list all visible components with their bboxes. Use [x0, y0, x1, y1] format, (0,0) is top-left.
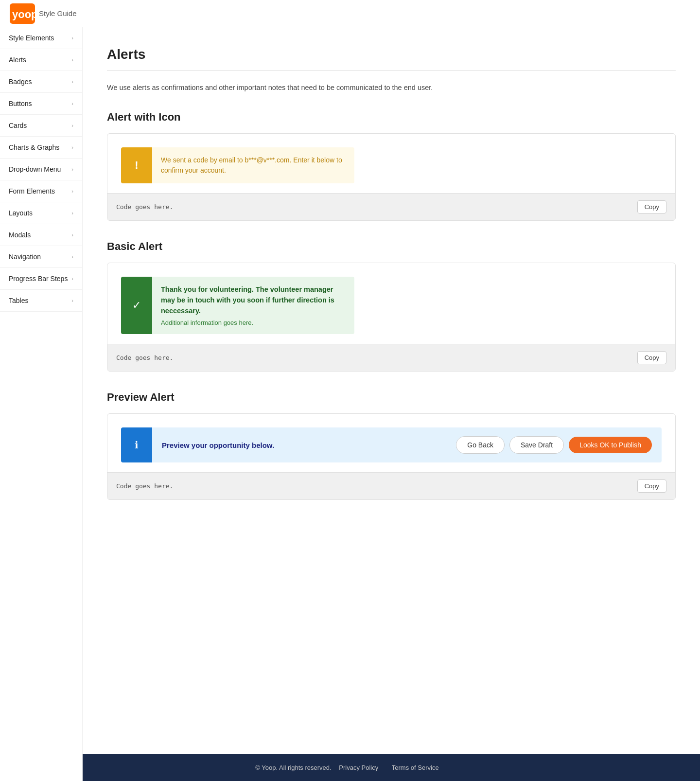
sidebar-item-label: Cards: [9, 122, 27, 129]
sidebar-item-label: Alerts: [9, 56, 26, 64]
sidebar-item-label: Badges: [9, 78, 32, 86]
chevron-right-icon: ›: [71, 276, 73, 282]
sidebar: Style Elements › Alerts › Badges › Butto…: [0, 27, 83, 781]
code-placeholder: Code goes here.: [116, 203, 173, 211]
sidebar-item-label: Style Elements: [9, 34, 54, 42]
chevron-right-icon: ›: [71, 210, 73, 216]
warning-alert: ! We sent a code by email to b***@v***.c…: [121, 147, 354, 183]
success-alert-sub-text: Additional information goes here.: [161, 319, 346, 326]
chevron-right-icon: ›: [71, 123, 73, 128]
sidebar-item-label: Tables: [9, 297, 28, 304]
section-heading-alert-with-icon: Alert with Icon: [107, 111, 676, 124]
sidebar-item-cards[interactable]: Cards ›: [0, 115, 82, 137]
footer: © Yoop. All rights reserved. Privacy Pol…: [0, 754, 700, 781]
sidebar-item-style-elements[interactable]: Style Elements ›: [0, 27, 82, 49]
sidebar-item-label: Form Elements: [9, 187, 55, 195]
warning-icon-panel: !: [121, 147, 152, 183]
chevron-right-icon: ›: [71, 166, 73, 172]
logo[interactable]: yoop Style Guide: [10, 3, 77, 24]
logo-text: Style Guide: [39, 9, 77, 18]
basic-alert-code-area: Code goes here. Copy: [107, 344, 675, 371]
sidebar-item-buttons[interactable]: Buttons ›: [0, 93, 82, 115]
chevron-right-icon: ›: [71, 188, 73, 194]
layout: Style Elements › Alerts › Badges › Butto…: [0, 27, 700, 754]
chevron-right-icon: ›: [71, 254, 73, 260]
go-back-button[interactable]: Go Back: [456, 436, 505, 454]
basic-alert-preview: ✓ Thank you for volunteering. The volunt…: [107, 263, 675, 344]
info-alert-body: Preview your opportunity below. Go Back …: [152, 427, 662, 462]
alert-with-icon-preview: ! We sent a code by email to b***@v***.c…: [107, 134, 675, 193]
info-alert-text: Preview your opportunity below.: [162, 441, 274, 449]
chevron-right-icon: ›: [71, 57, 73, 63]
chevron-right-icon: ›: [71, 144, 73, 150]
page-description: We use alerts as confirmations and other…: [107, 82, 447, 93]
sidebar-item-label: Charts & Graphs: [9, 143, 59, 151]
code-placeholder: Code goes here.: [116, 482, 173, 490]
sidebar-item-layouts[interactable]: Layouts ›: [0, 202, 82, 224]
success-alert-main-text: Thank you for volunteering. The voluntee…: [161, 284, 346, 316]
chevron-right-icon: ›: [71, 232, 73, 238]
copy-button-2[interactable]: Copy: [637, 351, 666, 364]
main-content: Alerts We use alerts as confirmations an…: [83, 27, 700, 754]
save-draft-button[interactable]: Save Draft: [509, 436, 564, 454]
success-alert: ✓ Thank you for volunteering. The volunt…: [121, 277, 354, 334]
sidebar-item-charts-graphs[interactable]: Charts & Graphs ›: [0, 137, 82, 159]
info-icon: ℹ: [135, 439, 139, 451]
chevron-right-icon: ›: [71, 79, 73, 85]
warning-alert-text: We sent a code by email to b***@v***.com…: [161, 155, 346, 176]
preview-alert-box: ℹ Preview your opportunity below. Go Bac…: [107, 413, 676, 500]
page-divider: [107, 70, 676, 71]
section-heading-preview-alert: Preview Alert: [107, 391, 676, 404]
exclamation-icon: !: [135, 159, 138, 172]
publish-button[interactable]: Looks OK to Publish: [569, 437, 652, 453]
sidebar-item-alerts[interactable]: Alerts ›: [0, 49, 82, 71]
alert-with-icon-box: ! We sent a code by email to b***@v***.c…: [107, 133, 676, 221]
yoop-logo-icon: yoop: [10, 3, 35, 24]
copy-button-1[interactable]: Copy: [637, 200, 666, 213]
success-alert-body: Thank you for volunteering. The voluntee…: [152, 277, 354, 334]
success-icon-panel: ✓: [121, 277, 152, 334]
svg-text:yoop: yoop: [12, 8, 35, 20]
preview-alert-code-area: Code goes here. Copy: [107, 472, 675, 499]
sidebar-item-label: Layouts: [9, 209, 33, 217]
chevron-right-icon: ›: [71, 35, 73, 41]
page-title: Alerts: [107, 47, 676, 62]
sidebar-item-label: Navigation: [9, 253, 41, 261]
sidebar-item-tables[interactable]: Tables ›: [0, 290, 82, 312]
sidebar-item-navigation[interactable]: Navigation ›: [0, 246, 82, 268]
footer-privacy-link[interactable]: Privacy Policy: [339, 764, 378, 771]
info-icon-panel: ℹ: [121, 427, 152, 462]
copy-button-3[interactable]: Copy: [637, 479, 666, 493]
chevron-right-icon: ›: [71, 298, 73, 303]
sidebar-item-label: Progress Bar Steps: [9, 275, 68, 283]
info-alert: ℹ Preview your opportunity below. Go Bac…: [121, 427, 662, 462]
sidebar-item-label: Modals: [9, 231, 31, 239]
footer-terms-link[interactable]: Terms of Service: [392, 764, 439, 771]
sidebar-item-label: Drop-down Menu: [9, 165, 61, 173]
sidebar-item-badges[interactable]: Badges ›: [0, 71, 82, 93]
alert-with-icon-code-area: Code goes here. Copy: [107, 193, 675, 220]
chevron-right-icon: ›: [71, 101, 73, 106]
sidebar-item-progress-bar-steps[interactable]: Progress Bar Steps ›: [0, 268, 82, 290]
section-heading-basic-alert: Basic Alert: [107, 240, 676, 253]
sidebar-item-form-elements[interactable]: Form Elements ›: [0, 180, 82, 202]
checkmark-icon: ✓: [132, 299, 141, 312]
code-placeholder: Code goes here.: [116, 354, 173, 361]
header: yoop Style Guide: [0, 0, 700, 27]
footer-copyright: © Yoop. All rights reserved.: [255, 764, 331, 771]
preview-alert-preview: ℹ Preview your opportunity below. Go Bac…: [107, 414, 675, 472]
sidebar-item-label: Buttons: [9, 100, 32, 107]
sidebar-item-modals[interactable]: Modals ›: [0, 224, 82, 246]
basic-alert-box: ✓ Thank you for volunteering. The volunt…: [107, 263, 676, 372]
sidebar-item-dropdown-menu[interactable]: Drop-down Menu ›: [0, 159, 82, 180]
info-alert-actions: Go Back Save Draft Looks OK to Publish: [456, 436, 652, 454]
warning-alert-body: We sent a code by email to b***@v***.com…: [152, 147, 354, 183]
